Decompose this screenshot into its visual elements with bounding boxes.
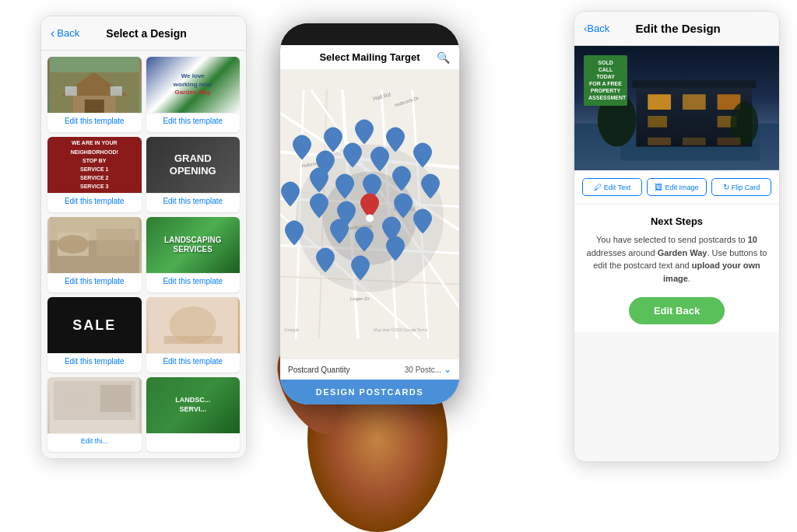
sold-badge: SOLDCALL TODAYFOR A FREEPROPERTYASSESSME… [584,55,627,106]
edit-image-button[interactable]: 🖼 Edit Image [647,178,707,196]
phone-notch-bar [280,23,459,45]
svg-text:Logan Dr: Logan Dr [350,296,370,301]
svg-rect-5 [65,86,77,96]
map-streets: Hall Rd Holbrook Dr Holbrook Ln Garden W… [280,70,459,359]
map-area[interactable]: Hall Rd Holbrook Dr Holbrook Ln Garden W… [280,70,459,359]
left-back-button[interactable]: ‹ Back [51,26,79,40]
template-edit-btn-7[interactable]: Edit this template [47,353,142,369]
template-thumb-sale: SALE [47,297,142,353]
template-thumb-kitchen [47,217,142,273]
addresses-count: 10 [748,235,757,244]
template-cell-9[interactable]: Edit thi... [47,377,142,452]
svg-rect-63 [718,138,741,145]
quantity-label: Postcard Quantity [288,366,349,374]
template-cell-5[interactable]: Edit this template [47,217,142,292]
design-preview: SOLDCALL TODAYFOR A FREEPROPERTYASSESSME… [574,46,779,170]
next-steps-text: You have selected to send postcards to 1… [585,233,768,285]
edit-back-button[interactable]: Edit Back [629,297,725,324]
flip-card-icon: ↻ [723,183,729,191]
right-nav-title: Edit the Design [609,22,746,35]
chevron-left-icon: ‹ [51,26,54,40]
flip-card-button[interactable]: ↻ Flip Card [711,178,771,196]
svg-rect-17 [61,389,93,412]
svg-point-46 [366,215,374,222]
next-steps-section: Next Steps You have selected to send pos… [574,205,779,332]
right-screen: ‹ Back Edit the Design [574,11,780,462]
template-cell-3[interactable]: WE ARE IN YOURNEIGHBORHOOD!STOP BYSERVIC… [47,137,142,212]
svg-rect-4 [85,100,104,113]
svg-rect-53 [632,80,756,88]
svg-text:Map data ©2018 Google  Terms: Map data ©2018 Google Terms [374,327,428,332]
right-back-label: Back [587,23,609,34]
next-steps-title: Next Steps [585,215,768,227]
template-cell-1[interactable]: Edit this template [47,57,142,132]
template-cell-7[interactable]: SALE Edit this template [47,297,142,373]
svg-rect-61 [648,138,671,145]
sale-text: SALE [72,317,116,334]
scene: ‹ Back Select a Design [0,0,797,532]
edit-text-icon: 🖊 [594,183,602,191]
svg-rect-62 [683,138,706,145]
chevron-down-icon: ⌄ [444,364,451,375]
right-nav-bar: ‹ Back Edit the Design [574,12,779,46]
template-thumb-house [47,57,142,113]
phone-nav-title: Select Mailing Target [319,51,420,63]
left-back-label: Back [57,27,79,39]
edit-text-button[interactable]: 🖊 Edit Text [582,178,642,196]
upload-text: upload your own image [663,261,760,283]
svg-point-11 [58,235,89,254]
svg-rect-18 [100,385,132,412]
svg-rect-54 [648,94,671,110]
edit-image-label: Edit Image [665,184,698,191]
flip-card-label: Flip Card [732,184,760,191]
edit-image-icon: 🖼 [655,183,662,191]
right-back-button[interactable]: ‹ Back [584,23,609,34]
quantity-number: 30 Postc... [405,366,441,374]
search-icon[interactable]: 🔍 [437,51,450,64]
template-edit-btn-5[interactable]: Edit this template [47,273,142,289]
phone-screen: Select Mailing Target 🔍 [280,45,459,404]
phone-notch [335,23,405,39]
svg-rect-6 [111,86,122,96]
template-edit-btn-1[interactable]: Edit this template [47,113,142,128]
svg-text:Google: Google [284,327,300,332]
service-text: WE ARE IN YOURNEIGHBORHOOD!STOP BYSERVIC… [71,138,118,191]
svg-rect-55 [683,94,706,110]
template-thumb-service: WE ARE IN YOURNEIGHBORHOOD!STOP BYSERVIC… [47,137,142,193]
design-postcards-button[interactable]: DESIGN POSTCARDS [280,380,459,404]
template-edit-btn-9[interactable]: Edit thi... [47,433,142,448]
edit-text-label: Edit Text [604,184,630,191]
svg-rect-57 [648,116,667,128]
svg-rect-10 [97,229,135,256]
phone-bottom-bar: Postcard Quantity 30 Postc... ⌄ [280,359,459,380]
location-name: Garden Way [658,248,707,257]
template-edit-btn-3[interactable]: Edit this template [47,193,142,208]
center-phone-container: Select Mailing Target 🔍 [202,0,537,532]
template-thumb-interior [47,377,142,433]
center-phone: Select Mailing Target 🔍 [280,23,459,404]
phone-nav: Select Mailing Target 🔍 [280,45,459,70]
edit-buttons-row: 🖊 Edit Text 🖼 Edit Image ↻ Flip Card [574,170,779,205]
quantity-value[interactable]: 30 Postc... ⌄ [405,364,451,375]
left-nav-title: Select a Design [79,27,213,40]
